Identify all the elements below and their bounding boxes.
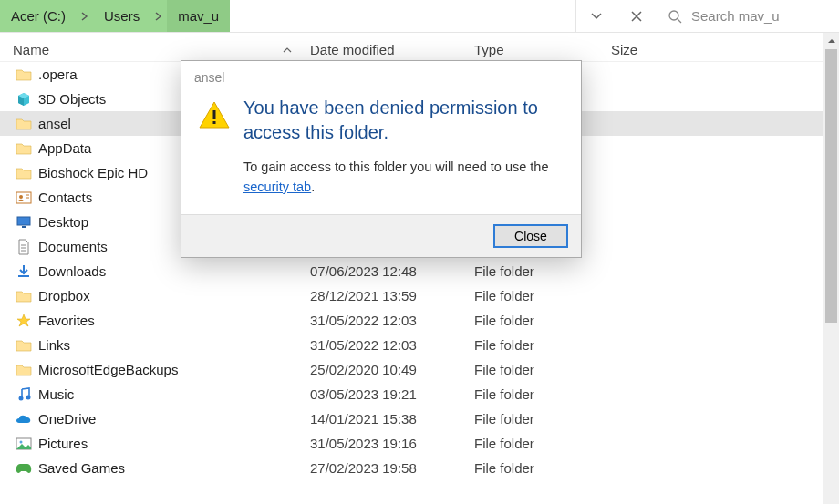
history-dropdown-button[interactable]	[576, 0, 616, 32]
search-placeholder: Search mav_u	[691, 8, 780, 24]
item-type: File folder	[474, 411, 611, 427]
list-item[interactable]: Links31/05/2022 12:03File folder	[0, 333, 839, 357]
breadcrumb-part-current[interactable]: mav_u	[167, 0, 230, 32]
item-date: 14/01/2021 15:38	[310, 411, 474, 427]
contacts-icon	[15, 189, 33, 207]
list-item[interactable]: Favorites31/05/2022 12:03File folder	[0, 308, 839, 333]
svg-point-16	[20, 440, 23, 443]
chevron-right-icon[interactable]	[150, 0, 167, 32]
column-name[interactable]: Name	[0, 42, 310, 57]
item-type: File folder	[474, 460, 611, 476]
item-name: MicrosoftEdgeBackups	[38, 362, 310, 377]
folder-icon	[15, 66, 33, 84]
item-type: File folder	[474, 288, 611, 303]
dropbox-icon	[15, 287, 33, 305]
column-size[interactable]: Size	[611, 42, 693, 57]
item-name: Saved Games	[38, 460, 310, 476]
column-headers: Name Date modified Type Size	[0, 33, 839, 62]
dialog-heading: You have been denied permission to acces…	[243, 96, 565, 145]
item-name: Favorites	[38, 313, 310, 328]
breadcrumb-part-root[interactable]: Acer (C:)	[0, 0, 77, 32]
security-tab-link[interactable]: security tab	[243, 180, 311, 194]
documents-icon	[15, 238, 33, 256]
item-type: File folder	[474, 436, 611, 451]
close-button[interactable]: Close	[493, 224, 568, 248]
links-icon	[15, 336, 33, 355]
item-type: File folder	[474, 337, 611, 353]
address-blank[interactable]	[230, 0, 576, 32]
item-name: Links	[38, 337, 310, 353]
sort-indicator-icon	[283, 47, 292, 53]
list-item[interactable]: OneDrive14/01/2021 15:38File folder	[0, 406, 839, 431]
search-icon	[668, 9, 682, 24]
item-type: File folder	[474, 362, 611, 377]
desktop-icon	[15, 213, 33, 231]
column-type[interactable]: Type	[474, 42, 611, 57]
item-type: File folder	[474, 313, 611, 328]
item-date: 07/06/2023 12:48	[310, 263, 474, 279]
savedgames-icon	[15, 459, 33, 478]
address-toolbar: Acer (C:) Users mav_u Search mav_u	[0, 0, 839, 33]
list-item[interactable]: MicrosoftEdgeBackups25/02/2020 10:49File…	[0, 357, 839, 382]
item-date: 27/02/2023 19:58	[310, 460, 474, 476]
downloads-icon	[15, 262, 33, 281]
breadcrumb[interactable]: Acer (C:) Users mav_u	[0, 0, 230, 32]
list-item[interactable]: Saved Games27/02/2023 19:58File folder	[0, 456, 839, 480]
item-type: File folder	[474, 263, 611, 279]
3d-icon	[15, 90, 33, 108]
item-date: 31/05/2022 12:03	[310, 313, 474, 328]
folder-icon	[15, 361, 33, 379]
list-item[interactable]: Music03/05/2023 19:21File folder	[0, 382, 839, 406]
music-icon	[15, 386, 33, 404]
item-date: 25/02/2020 10:49	[310, 362, 474, 377]
item-type: File folder	[474, 386, 611, 402]
onedrive-icon	[15, 410, 33, 428]
item-name: Dropbox	[38, 288, 310, 303]
svg-point-3	[19, 195, 23, 199]
dialog-title: ansel	[181, 61, 581, 88]
item-name: OneDrive	[38, 411, 310, 427]
item-date: 03/05/2023 19:21	[310, 386, 474, 402]
scrollbar[interactable]	[823, 33, 839, 504]
list-item[interactable]: Pictures31/05/2023 19:16File folder	[0, 431, 839, 456]
item-name: Downloads	[38, 263, 310, 279]
item-name: Music	[38, 386, 310, 402]
scroll-up-icon[interactable]	[823, 33, 839, 48]
column-date[interactable]: Date modified	[310, 42, 474, 57]
breadcrumb-part-users[interactable]: Users	[93, 0, 150, 32]
pictures-icon	[15, 435, 33, 453]
dialog-footer: Close	[181, 214, 581, 257]
svg-point-0	[669, 11, 678, 20]
folder-icon	[15, 164, 33, 182]
search-box[interactable]: Search mav_u	[657, 0, 839, 32]
folder-icon	[15, 115, 33, 133]
list-item[interactable]: Dropbox28/12/2021 13:59File folder	[0, 283, 839, 308]
close-path-button[interactable]	[616, 0, 657, 32]
list-item[interactable]: Downloads07/06/2023 12:48File folder	[0, 259, 839, 283]
folder-icon	[15, 139, 33, 158]
warning-icon	[198, 96, 231, 198]
item-date: 31/05/2023 19:16	[310, 436, 474, 451]
svg-rect-6	[17, 217, 30, 225]
chevron-right-icon[interactable]	[77, 0, 93, 32]
item-name: Pictures	[38, 436, 310, 451]
favorites-icon	[15, 312, 33, 330]
scroll-thumb[interactable]	[825, 49, 837, 323]
item-date: 28/12/2021 13:59	[310, 288, 474, 303]
svg-rect-18	[213, 121, 216, 124]
dialog-message: To gain access to this folder you will n…	[243, 158, 565, 198]
svg-line-1	[678, 19, 681, 23]
svg-rect-17	[213, 110, 216, 119]
svg-point-13	[26, 395, 31, 399]
svg-rect-7	[22, 226, 26, 228]
permission-denied-dialog: ansel You have been denied permission to…	[181, 60, 582, 258]
item-date: 31/05/2022 12:03	[310, 337, 474, 353]
